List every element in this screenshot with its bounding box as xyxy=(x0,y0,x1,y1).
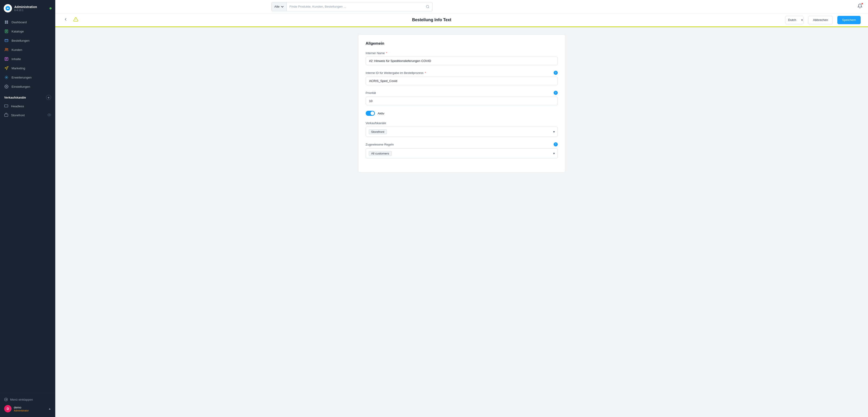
content-icon xyxy=(4,57,9,61)
sidebar-header: Administration 6.4.10.1 xyxy=(0,0,55,15)
sidebar-item-marketing-label: Marketing xyxy=(11,67,25,70)
sidebar-item-kataloge[interactable]: Kataloge xyxy=(0,27,55,36)
language-select-wrapper: Dutch English German ▼ xyxy=(785,16,804,24)
svg-point-22 xyxy=(426,5,429,8)
user-menu[interactable]: D demo Administrator ▲ xyxy=(4,403,51,414)
sidebar-footer: Menü einklappen D demo Administrator ▲ xyxy=(0,393,55,417)
user-name: demo xyxy=(14,406,29,409)
search-icon xyxy=(426,5,430,8)
sidebar-item-storefront[interactable]: Storefront xyxy=(0,111,55,120)
svg-point-16 xyxy=(6,77,7,78)
active-toggle-row: Aktiv xyxy=(366,111,558,116)
svg-rect-19 xyxy=(5,114,8,117)
sales-channels-field-label: Verkaufskanäle xyxy=(366,121,386,125)
internal-id-input[interactable] xyxy=(366,77,558,85)
priority-label-row: Priorität ? xyxy=(366,91,558,95)
internal-name-group: Interner Name * xyxy=(366,51,558,65)
sidebar-item-kataloge-label: Kataloge xyxy=(11,30,24,33)
priority-input[interactable] xyxy=(366,97,558,105)
search-filter-label: Alle xyxy=(274,5,280,8)
avatar: D xyxy=(4,405,11,412)
required-indicator-2: * xyxy=(425,71,426,74)
dashboard-icon xyxy=(4,20,9,24)
sales-channels-label: Verkaufskanäle xyxy=(4,96,26,99)
svg-rect-4 xyxy=(7,22,8,24)
all-customers-tag: All customers xyxy=(369,151,392,156)
content-area: Allgemein Interner Name * Interne ID für… xyxy=(55,27,868,417)
warning-icon xyxy=(73,17,78,23)
internal-id-group: Interne ID für Weitergabe im Bestellproz… xyxy=(366,71,558,85)
sales-channels-chevron-icon: ▾ xyxy=(553,130,555,133)
sidebar-item-erweiterungen-label: Erweiterungen xyxy=(11,76,32,79)
sidebar-item-dashboard[interactable]: Dashboard xyxy=(0,18,55,27)
sidebar-item-bestellungen-label: Bestellungen xyxy=(11,39,29,42)
svg-rect-3 xyxy=(5,22,6,24)
sidebar-nav: Dashboard Kataloge Bestellungen Kunden xyxy=(0,15,55,393)
sidebar-item-marketing[interactable]: Marketing xyxy=(0,64,55,73)
internal-name-label: Interner Name * xyxy=(366,51,558,55)
notification-badge xyxy=(861,3,863,5)
online-status-dot xyxy=(50,7,52,9)
rules-select[interactable]: All customers ▾ xyxy=(366,148,558,158)
sidebar-item-kunden-label: Kunden xyxy=(11,48,22,52)
sidebar-item-einstellungen-label: Einstellungen xyxy=(11,85,30,89)
storefront-visibility-icon[interactable] xyxy=(48,113,51,118)
marketing-icon xyxy=(4,66,9,70)
app-version: 6.4.10.1 xyxy=(14,9,37,11)
internal-id-label: Interne ID für Weitergabe im Bestellproz… xyxy=(366,71,424,74)
collapse-menu-button[interactable]: Menü einklappen xyxy=(4,396,51,403)
search-filter-dropdown[interactable]: Alle xyxy=(272,2,287,11)
sidebar-item-headless-label: Headless xyxy=(11,104,24,108)
language-select[interactable]: Dutch English German xyxy=(785,16,804,24)
search-container: Alle xyxy=(271,2,433,11)
internal-id-help-icon[interactable]: ? xyxy=(554,71,558,75)
topbar: Alle xyxy=(55,0,868,13)
storefront-tag: Storefront xyxy=(369,129,387,134)
priority-help-icon[interactable]: ? xyxy=(554,91,558,95)
internal-name-input[interactable] xyxy=(366,57,558,65)
svg-rect-2 xyxy=(7,21,8,22)
sidebar: Administration 6.4.10.1 Dashboard Katalo… xyxy=(0,0,55,417)
app-title-block: Administration 6.4.10.1 xyxy=(14,5,37,11)
sidebar-item-kunden[interactable]: Kunden xyxy=(0,45,55,54)
svg-rect-1 xyxy=(5,21,6,22)
sidebar-item-inhalte-label: Inhalte xyxy=(11,57,21,61)
search-input[interactable] xyxy=(287,2,423,11)
save-button[interactable]: Speichern xyxy=(837,16,861,24)
back-button[interactable] xyxy=(63,17,69,24)
sales-channels-group: Verkaufskanäle Storefront ▾ xyxy=(366,121,558,137)
svg-point-17 xyxy=(6,86,7,87)
cancel-button[interactable]: Abbrechen xyxy=(808,16,833,24)
search-button[interactable] xyxy=(423,2,432,11)
rules-chevron-icon: ▾ xyxy=(553,152,555,155)
svg-point-10 xyxy=(5,48,7,50)
sidebar-item-einstellungen[interactable]: Einstellungen xyxy=(0,82,55,91)
main-content: Alle Bestellung Info Text Dutch xyxy=(55,0,868,417)
sidebar-item-inhalte[interactable]: Inhalte xyxy=(0,54,55,64)
app-logo xyxy=(4,4,12,12)
extensions-icon xyxy=(4,75,9,80)
notifications-button[interactable] xyxy=(858,3,863,10)
page-header: Bestellung Info Text Dutch English Germa… xyxy=(55,13,868,27)
add-sales-channel-button[interactable]: + xyxy=(46,95,51,100)
active-toggle[interactable] xyxy=(366,111,375,116)
customers-icon xyxy=(4,47,9,52)
active-label: Aktiv xyxy=(378,112,384,115)
orders-icon xyxy=(4,38,9,43)
svg-rect-9 xyxy=(5,39,8,42)
internal-id-label-row: Interne ID für Weitergabe im Bestellproz… xyxy=(366,71,558,75)
rules-help-icon[interactable]: ? xyxy=(554,142,558,147)
sidebar-item-bestellungen[interactable]: Bestellungen xyxy=(0,36,55,45)
back-arrow-icon xyxy=(64,17,68,22)
sidebar-item-erweiterungen[interactable]: Erweiterungen xyxy=(0,73,55,82)
sidebar-item-dashboard-label: Dashboard xyxy=(11,21,27,24)
catalog-icon xyxy=(4,29,9,34)
collapse-icon xyxy=(4,398,8,402)
required-indicator: * xyxy=(386,51,388,55)
main-card: Allgemein Interner Name * Interne ID für… xyxy=(358,35,565,172)
page-title: Bestellung Info Text xyxy=(83,18,780,22)
app-title: Administration xyxy=(14,5,37,9)
svg-rect-18 xyxy=(5,105,8,107)
sales-channels-select[interactable]: Storefront ▾ xyxy=(366,127,558,137)
sidebar-item-headless[interactable]: Headless xyxy=(0,102,55,111)
